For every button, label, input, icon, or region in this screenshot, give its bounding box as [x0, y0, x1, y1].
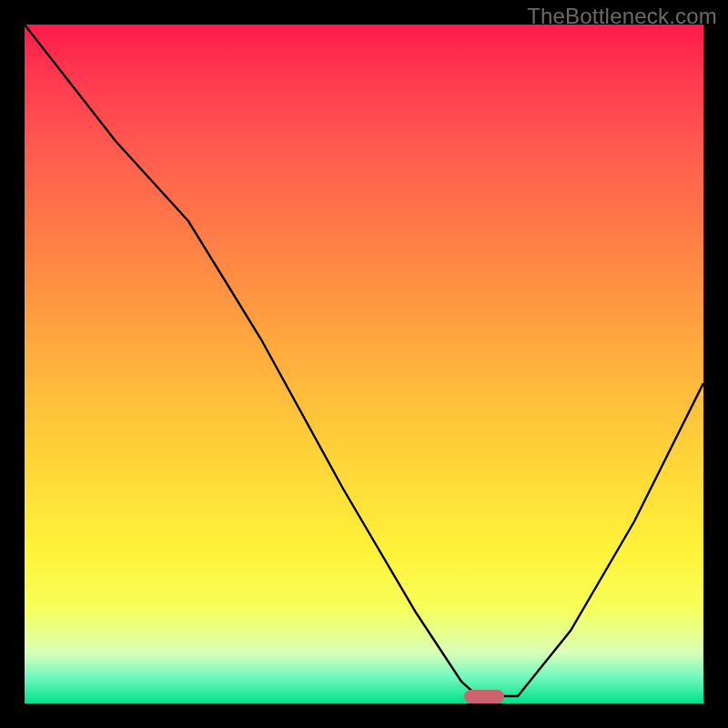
optimal-marker: [464, 690, 504, 703]
bottleneck-curve: [25, 25, 703, 703]
curve-path: [25, 25, 703, 696]
